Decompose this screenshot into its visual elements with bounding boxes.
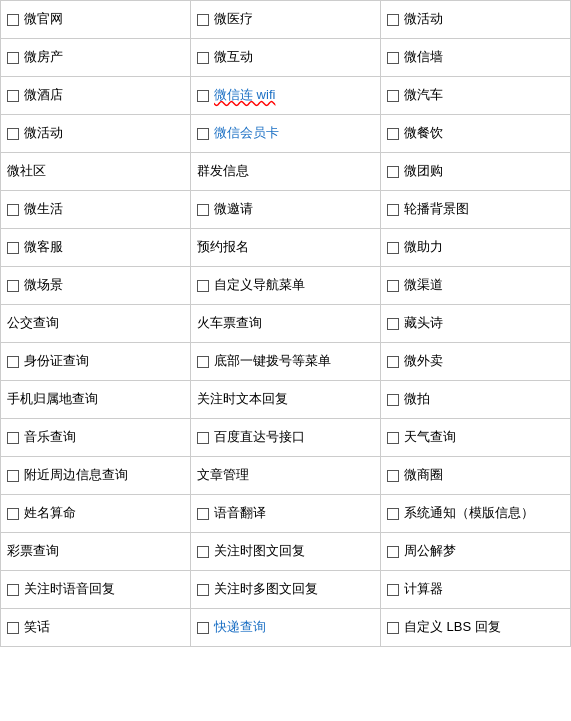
cell-label: 微信墙 bbox=[404, 48, 443, 66]
list-item[interactable]: 微助力 bbox=[381, 229, 571, 267]
checkbox-icon[interactable] bbox=[387, 318, 399, 330]
list-item[interactable]: 微客服 bbox=[1, 229, 191, 267]
list-item[interactable]: 群发信息 bbox=[191, 153, 381, 191]
checkbox-icon[interactable] bbox=[7, 470, 19, 482]
list-item[interactable]: 微信连 wifi bbox=[191, 77, 381, 115]
cell-label: 文章管理 bbox=[197, 466, 249, 484]
checkbox-icon[interactable] bbox=[387, 90, 399, 102]
list-item[interactable]: 音乐查询 bbox=[1, 419, 191, 457]
checkbox-icon[interactable] bbox=[387, 584, 399, 596]
checkbox-icon[interactable] bbox=[197, 508, 209, 520]
checkbox-icon[interactable] bbox=[387, 356, 399, 368]
list-item[interactable]: 公交查询 bbox=[1, 305, 191, 343]
list-item[interactable]: 笑话 bbox=[1, 609, 191, 647]
checkbox-icon[interactable] bbox=[7, 584, 19, 596]
list-item[interactable]: 百度直达号接口 bbox=[191, 419, 381, 457]
checkbox-icon[interactable] bbox=[387, 622, 399, 634]
checkbox-icon[interactable] bbox=[7, 128, 19, 140]
list-item[interactable]: 微餐饮 bbox=[381, 115, 571, 153]
checkbox-icon[interactable] bbox=[387, 394, 399, 406]
list-item[interactable]: 微医疗 bbox=[191, 1, 381, 39]
checkbox-icon[interactable] bbox=[197, 356, 209, 368]
checkbox-icon[interactable] bbox=[197, 14, 209, 26]
checkbox-icon[interactable] bbox=[387, 14, 399, 26]
checkbox-icon[interactable] bbox=[197, 128, 209, 140]
list-item[interactable]: 底部一键拨号等菜单 bbox=[191, 343, 381, 381]
list-item[interactable]: 微酒店 bbox=[1, 77, 191, 115]
list-item[interactable]: 藏头诗 bbox=[381, 305, 571, 343]
list-item[interactable]: 微场景 bbox=[1, 267, 191, 305]
checkbox-icon[interactable] bbox=[387, 508, 399, 520]
list-item[interactable]: 周公解梦 bbox=[381, 533, 571, 571]
list-item[interactable]: 天气查询 bbox=[381, 419, 571, 457]
list-item[interactable]: 计算器 bbox=[381, 571, 571, 609]
list-item[interactable]: 手机归属地查询 bbox=[1, 381, 191, 419]
list-item[interactable]: 微信会员卡 bbox=[191, 115, 381, 153]
list-item[interactable]: 身份证查询 bbox=[1, 343, 191, 381]
checkbox-icon[interactable] bbox=[7, 242, 19, 254]
checkbox-icon[interactable] bbox=[387, 242, 399, 254]
list-item[interactable]: 火车票查询 bbox=[191, 305, 381, 343]
checkbox-icon[interactable] bbox=[387, 128, 399, 140]
list-item[interactable]: 关注时文本回复 bbox=[191, 381, 381, 419]
checkbox-icon[interactable] bbox=[387, 204, 399, 216]
checkbox-icon[interactable] bbox=[197, 432, 209, 444]
checkbox-icon[interactable] bbox=[387, 166, 399, 178]
list-item[interactable]: 关注时图文回复 bbox=[191, 533, 381, 571]
list-item[interactable]: 彩票查询 bbox=[1, 533, 191, 571]
checkbox-icon[interactable] bbox=[197, 204, 209, 216]
checkbox-icon[interactable] bbox=[387, 546, 399, 558]
list-item[interactable]: 系统通知（模版信息） bbox=[381, 495, 571, 533]
checkbox-icon[interactable] bbox=[197, 280, 209, 292]
list-item[interactable]: 微活动 bbox=[1, 115, 191, 153]
list-item[interactable]: 姓名算命 bbox=[1, 495, 191, 533]
checkbox-icon[interactable] bbox=[387, 470, 399, 482]
cell-label: 周公解梦 bbox=[404, 542, 456, 560]
list-item[interactable]: 语音翻译 bbox=[191, 495, 381, 533]
list-item[interactable]: 自定义导航菜单 bbox=[191, 267, 381, 305]
list-item[interactable]: 微房产 bbox=[1, 39, 191, 77]
list-item[interactable]: 微互动 bbox=[191, 39, 381, 77]
checkbox-icon[interactable] bbox=[7, 508, 19, 520]
list-item[interactable]: 附近周边信息查询 bbox=[1, 457, 191, 495]
checkbox-icon[interactable] bbox=[7, 204, 19, 216]
list-item[interactable]: 微渠道 bbox=[381, 267, 571, 305]
list-item[interactable]: 文章管理 bbox=[191, 457, 381, 495]
checkbox-icon[interactable] bbox=[7, 280, 19, 292]
checkbox-icon[interactable] bbox=[7, 622, 19, 634]
checkbox-icon[interactable] bbox=[7, 14, 19, 26]
list-item[interactable]: 快递查询 bbox=[191, 609, 381, 647]
list-item[interactable]: 关注时多图文回复 bbox=[191, 571, 381, 609]
list-item[interactable]: 微商圈 bbox=[381, 457, 571, 495]
list-item[interactable]: 微拍 bbox=[381, 381, 571, 419]
checkbox-icon[interactable] bbox=[387, 432, 399, 444]
cell-label: 微团购 bbox=[404, 162, 443, 180]
checkbox-icon[interactable] bbox=[7, 432, 19, 444]
list-item[interactable]: 自定义 LBS 回复 bbox=[381, 609, 571, 647]
list-item[interactable]: 关注时语音回复 bbox=[1, 571, 191, 609]
list-item[interactable]: 微生活 bbox=[1, 191, 191, 229]
list-item[interactable]: 微邀请 bbox=[191, 191, 381, 229]
list-item[interactable]: 微团购 bbox=[381, 153, 571, 191]
list-item[interactable]: 微官网 bbox=[1, 1, 191, 39]
checkbox-icon[interactable] bbox=[387, 280, 399, 292]
list-item[interactable]: 微外卖 bbox=[381, 343, 571, 381]
checkbox-icon[interactable] bbox=[7, 356, 19, 368]
checkbox-icon[interactable] bbox=[7, 52, 19, 64]
checkbox-icon[interactable] bbox=[197, 622, 209, 634]
list-item[interactable]: 轮播背景图 bbox=[381, 191, 571, 229]
list-item[interactable]: 微活动 bbox=[381, 1, 571, 39]
checkbox-icon[interactable] bbox=[197, 584, 209, 596]
checkbox-icon[interactable] bbox=[197, 52, 209, 64]
checkbox-icon[interactable] bbox=[7, 90, 19, 102]
checkbox-icon[interactable] bbox=[387, 52, 399, 64]
list-item[interactable]: 微社区 bbox=[1, 153, 191, 191]
list-item[interactable]: 预约报名 bbox=[191, 229, 381, 267]
main-grid: 微官网微医疗微活动微房产微互动微信墙微酒店微信连 wifi微汽车微活动微信会员卡… bbox=[0, 0, 571, 647]
cell-label: 预约报名 bbox=[197, 238, 249, 256]
list-item[interactable]: 微信墙 bbox=[381, 39, 571, 77]
list-item[interactable]: 微汽车 bbox=[381, 77, 571, 115]
cell-label: 底部一键拨号等菜单 bbox=[214, 352, 331, 370]
checkbox-icon[interactable] bbox=[197, 90, 209, 102]
checkbox-icon[interactable] bbox=[197, 546, 209, 558]
